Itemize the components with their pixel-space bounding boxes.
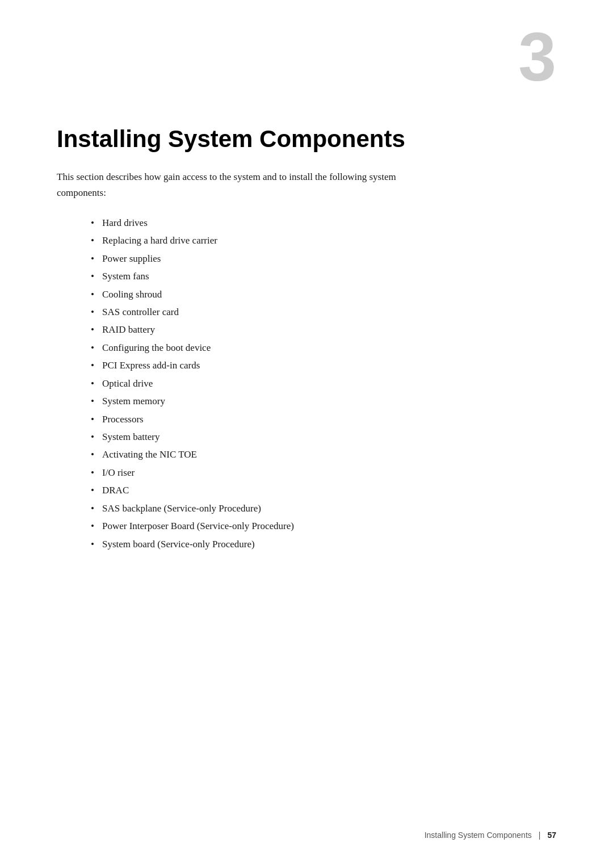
list-item: SAS backplane (Service-only Procedure) bbox=[91, 500, 556, 517]
list-item: System battery bbox=[91, 428, 556, 446]
list-item: DRAC bbox=[91, 481, 556, 499]
list-item: I/O riser bbox=[91, 464, 556, 481]
list-item: PCI Express add-in cards bbox=[91, 357, 556, 374]
list-item: System memory bbox=[91, 392, 556, 410]
bullet-list: Hard drivesReplacing a hard drive carrie… bbox=[91, 214, 556, 553]
list-item: Power supplies bbox=[91, 250, 556, 267]
chapter-number: 3 bbox=[518, 23, 556, 91]
list-item: Power Interposer Board (Service-only Pro… bbox=[91, 517, 556, 535]
intro-text: This section describes how gain access t… bbox=[57, 169, 443, 200]
footer-separator: | bbox=[539, 831, 541, 840]
page-container: 3 Installing System Components This sect… bbox=[0, 0, 613, 868]
footer-page-number: 57 bbox=[547, 831, 556, 840]
list-item: Hard drives bbox=[91, 214, 556, 232]
list-item: System board (Service-only Procedure) bbox=[91, 535, 556, 553]
chapter-title: Installing System Components bbox=[57, 125, 556, 153]
list-item: Replacing a hard drive carrier bbox=[91, 232, 556, 249]
list-item: Optical drive bbox=[91, 375, 556, 392]
list-item: Configuring the boot device bbox=[91, 339, 556, 357]
list-item: System fans bbox=[91, 267, 556, 285]
footer-section-label: Installing System Components bbox=[425, 831, 532, 840]
page-footer: Installing System Components | 57 bbox=[425, 831, 556, 840]
list-item: Cooling shroud bbox=[91, 286, 556, 303]
list-item: RAID battery bbox=[91, 321, 556, 338]
list-item: Activating the NIC TOE bbox=[91, 446, 556, 463]
list-item: SAS controller card bbox=[91, 303, 556, 321]
list-item: Processors bbox=[91, 410, 556, 428]
